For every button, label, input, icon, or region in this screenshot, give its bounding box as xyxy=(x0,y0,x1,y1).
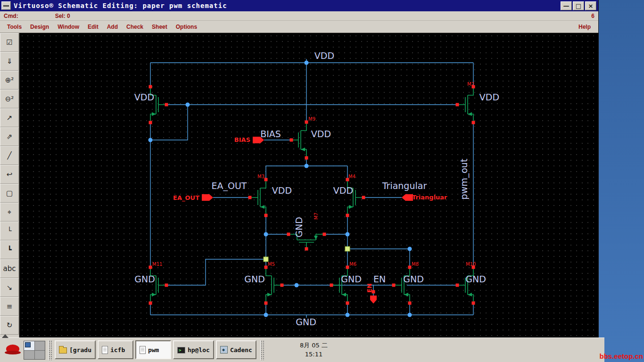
net-label-vdd[interactable]: VDD xyxy=(314,50,334,61)
net-label-pwm_out[interactable]: pwm_out xyxy=(459,159,470,200)
pin-triangular[interactable] xyxy=(402,194,413,201)
maximize-button[interactable]: □ xyxy=(573,1,584,10)
taskbar-grip[interactable] xyxy=(48,340,52,360)
wide-wire-icon[interactable]: ┗ xyxy=(0,240,19,259)
terminal-pin-square[interactable] xyxy=(330,284,333,287)
net-label-gnd[interactable]: GND xyxy=(465,274,486,284)
menu-help[interactable]: Help xyxy=(574,22,595,32)
zoom-out-icon[interactable]: ⊖² xyxy=(0,90,19,108)
terminal-pin-square[interactable] xyxy=(472,121,475,124)
task-cadenc[interactable]: Cadenc xyxy=(216,340,256,359)
terminal-pin-square[interactable] xyxy=(392,284,396,287)
workspace-2[interactable] xyxy=(35,341,45,350)
net-label-bias[interactable]: BIAS xyxy=(260,129,281,139)
select-icon[interactable]: ▢ xyxy=(0,184,19,203)
transistor-m3[interactable] xyxy=(250,180,266,215)
menu-window[interactable]: Window xyxy=(53,22,83,32)
instance-label-m8[interactable]: M8 xyxy=(412,262,419,267)
net-label-en[interactable]: EN xyxy=(373,274,386,284)
terminal-pin-square[interactable] xyxy=(264,302,268,305)
selection-marker[interactable] xyxy=(345,247,350,251)
net-label-gnd[interactable]: GND xyxy=(296,317,316,327)
schematic-canvas[interactable]: VDDVDDVDDBIASVDDEA_OUTVDDVDDTriangularGN… xyxy=(19,33,598,337)
terminal-pin-square[interactable] xyxy=(290,139,293,142)
terminal-pin-square[interactable] xyxy=(346,266,349,269)
transistor-m2[interactable] xyxy=(457,87,473,123)
menu-tools[interactable]: Tools xyxy=(3,22,26,32)
menu-edit[interactable]: Edit xyxy=(83,22,103,32)
workspace-3[interactable] xyxy=(24,351,34,360)
terminal-pin-square[interactable] xyxy=(264,178,268,181)
instance-label-m11[interactable]: M11 xyxy=(152,262,162,267)
terminal-pin-square[interactable] xyxy=(149,85,152,89)
menu-add[interactable]: Add xyxy=(103,22,122,32)
zoom-in-icon[interactable]: ⊕² xyxy=(0,71,19,90)
net-label-vdd[interactable]: VDD xyxy=(272,185,292,196)
terminal-pin-square[interactable] xyxy=(456,103,459,107)
net-label-ea_out[interactable]: EA_OUT xyxy=(212,181,247,191)
terminal-pin-square[interactable] xyxy=(305,156,308,160)
net-label-vdd[interactable]: VDD xyxy=(134,92,154,102)
instance-label-m5[interactable]: M5 xyxy=(268,262,275,267)
property-icon[interactable]: ≡ xyxy=(0,297,19,316)
instance-label-m7[interactable]: M7 xyxy=(314,213,319,220)
net-label-vdd[interactable]: VDD xyxy=(479,92,499,102)
stretch-icon[interactable]: ↗ xyxy=(0,108,19,127)
pin-label-ea_out[interactable]: EA_OUT xyxy=(173,194,199,202)
instance-label-m10[interactable]: M10 xyxy=(466,262,476,267)
instance-label-m6[interactable]: M6 xyxy=(349,262,356,267)
close-button[interactable]: × xyxy=(585,1,596,10)
task-gradu[interactable]: [gradu xyxy=(55,340,96,359)
workspace-4[interactable] xyxy=(35,351,45,360)
net-label-triangular[interactable]: Triangular xyxy=(382,181,427,191)
terminal-pin-square[interactable] xyxy=(264,214,268,217)
pin-label-bias[interactable]: BIAS xyxy=(234,136,250,143)
label-icon[interactable]: abc xyxy=(0,259,19,278)
check-save-icon[interactable]: ☑ xyxy=(0,33,19,52)
terminal-pin-square[interactable] xyxy=(264,266,268,269)
net-label-vdd[interactable]: VDD xyxy=(333,185,353,196)
task-pwm[interactable]: pwm xyxy=(135,340,171,359)
save-plot-icon[interactable]: ⇓ xyxy=(0,52,19,71)
terminal-pin-square[interactable] xyxy=(362,196,365,199)
net-label-gnd[interactable]: GND xyxy=(244,274,265,284)
task-icfb[interactable]: icfb xyxy=(98,340,133,359)
taskbar-grip-2[interactable] xyxy=(260,340,264,360)
copy-icon[interactable]: ⇗ xyxy=(0,127,19,146)
menu-sheet[interactable]: Sheet xyxy=(148,22,172,32)
terminal-pin-square[interactable] xyxy=(287,233,290,236)
terminal-pin-square[interactable] xyxy=(149,302,152,305)
net-label-gnd[interactable]: GND xyxy=(294,217,304,238)
probe-icon[interactable]: ↘ xyxy=(0,278,19,297)
terminal-pin-square[interactable] xyxy=(149,121,152,124)
redraw-icon[interactable]: ↻ xyxy=(0,316,19,335)
net-label-gnd[interactable]: GND xyxy=(134,274,155,284)
instance-label-m9[interactable]: M9 xyxy=(308,116,315,122)
terminal-pin-square[interactable] xyxy=(248,196,252,199)
net-label-vdd[interactable]: VDD xyxy=(311,129,331,139)
workspace-1[interactable] xyxy=(24,341,34,350)
menu-options[interactable]: Options xyxy=(172,22,201,32)
terminal-pin-square[interactable] xyxy=(281,284,284,287)
terminal-pin-square[interactable] xyxy=(323,233,326,236)
redhat-menu-button[interactable] xyxy=(5,345,21,356)
terminal-pin-square[interactable] xyxy=(408,302,412,305)
wire-icon[interactable]: ╱ xyxy=(0,146,19,165)
terminal-pin-square[interactable] xyxy=(472,302,475,305)
terminal-pin-square[interactable] xyxy=(165,103,168,107)
pin-en[interactable] xyxy=(370,296,377,304)
schematic[interactable]: VDDVDDVDDBIASVDDEA_OUTVDDVDDTriangularGN… xyxy=(19,33,598,337)
instance-label-m2[interactable]: M2 xyxy=(467,82,474,87)
task-hploc[interactable]: hp@loc xyxy=(173,340,214,359)
undo-icon[interactable]: ↩ xyxy=(0,165,19,184)
instance-label-m4[interactable]: M4 xyxy=(348,174,355,179)
selection-marker[interactable] xyxy=(264,257,268,262)
minimize-button[interactable]: — xyxy=(561,1,572,10)
pin-label-en[interactable]: EN xyxy=(366,283,373,293)
workspace-switcher[interactable] xyxy=(24,341,45,360)
terminal-pin-square[interactable] xyxy=(408,266,412,269)
menu-check[interactable]: Check xyxy=(122,22,148,32)
transistor-m11[interactable] xyxy=(150,267,166,303)
terminal-pin-square[interactable] xyxy=(346,302,349,305)
terminal-pin-square[interactable] xyxy=(305,247,308,251)
